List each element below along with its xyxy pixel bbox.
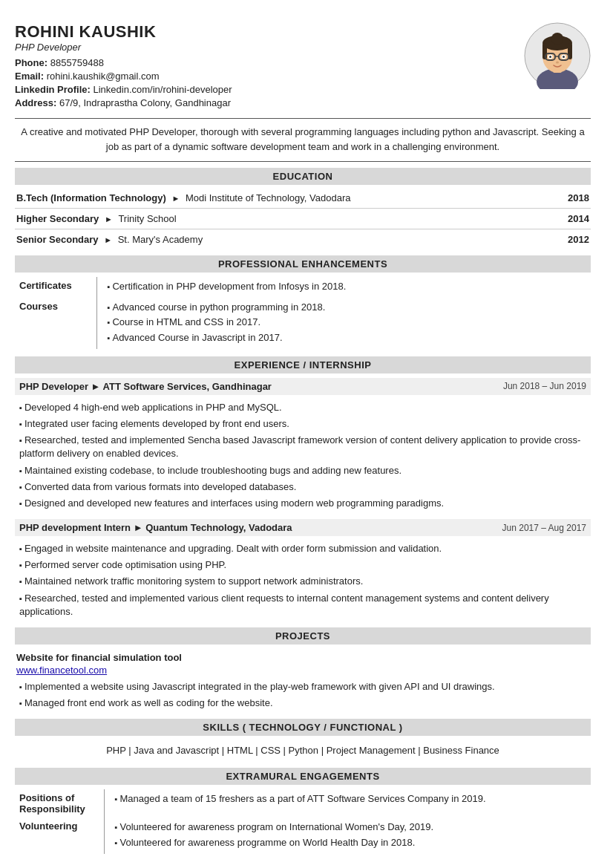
skills-section: SKILLS ( TECHNOLOGY / FUNCTIONAL ) PHP |… (15, 719, 591, 760)
summary-text: A creative and motivated PHP Developer, … (15, 125, 591, 154)
experience-header: EXPERIENCE / INTERNSHIP (15, 356, 591, 373)
certificates-list: Certification in PHP development from In… (108, 280, 587, 293)
education-header: EDUCATION (15, 168, 591, 185)
header-left: ROHINI KAUSHIK PHP Developer Phone: 8855… (15, 22, 232, 111)
edu-divider-0 (15, 208, 591, 209)
job-bullets-1: Engaged in website maintenance and upgra… (15, 541, 591, 620)
project-link-0[interactable]: www.financetool.com (15, 665, 591, 676)
projects-section: PROJECTS Website for financial simulatio… (15, 627, 591, 711)
extramural-table: Positions of Responsibility Managed a te… (15, 789, 591, 853)
address-line: Address: 67/9, Indraprastha Colony, Gand… (15, 97, 232, 108)
cert-item-0: Certification in PHP development from In… (108, 280, 587, 293)
address-value: 67/9, Indraprastha Colony, Gandhinagar (59, 97, 231, 108)
course-item-0: Advanced course in python programming in… (108, 301, 587, 314)
edu-degree-2: Senior Secondary ► St. Mary's Academy (16, 234, 203, 245)
professional-header: PROFESSIONAL ENHANCEMENTS (15, 255, 591, 273)
job-period-1: Jun 2017 – Aug 2017 (502, 523, 586, 533)
linkedin-value: Linkedin.com/in/rohini-developer (93, 84, 232, 95)
job-header-1: PHP development Intern ► Quantum Technol… (15, 519, 591, 536)
arrow-icon-1: ► (105, 215, 113, 223)
edu-degree-0: B.Tech (Information Technology) ► Modi I… (16, 192, 350, 203)
phone-value: 8855759488 (50, 57, 104, 68)
svg-point-14 (556, 62, 559, 64)
positions-row: Positions of Responsibility Managed a te… (15, 789, 591, 818)
job-bullets-0: Developed 4 high-end web applications in… (15, 399, 591, 512)
linkedin-label: Linkedin Profile: (15, 84, 91, 95)
edu-year-2: 2012 (568, 234, 589, 245)
bullet-0-0: Developed 4 high-end web applications in… (19, 399, 591, 416)
certificates-label: Certificates (15, 277, 96, 298)
courses-label: Courses (15, 298, 96, 349)
header-divider (15, 118, 591, 119)
bullet-0-2: Researched, tested and implemented Sench… (19, 432, 591, 462)
courses-content: Advanced course in python programming in… (96, 298, 591, 349)
volunteering-label: Volunteering (15, 818, 104, 853)
proj-bullet-0-1: Managed front end work as well as coding… (19, 695, 591, 711)
project-title-0: Website for financial simulation tool (15, 649, 591, 665)
bullet-1-3: Researched, tested and implemented vario… (19, 590, 591, 620)
phone-line: Phone: 8855759488 (15, 57, 232, 68)
summary-divider (15, 161, 591, 162)
bullet-0-3: Maintained existing codebase, to include… (19, 463, 591, 479)
volunteering-row: Volunteering Volunteered for awareness p… (15, 818, 591, 853)
skills-list: PHP | Java and Javascript | HTML | CSS |… (15, 740, 591, 760)
certificates-content: Certification in PHP development from In… (96, 277, 591, 298)
position-item-0: Managed a team of 15 freshers as a part … (115, 792, 587, 806)
linkedin-line: Linkedin Profile: Linkedin.com/in/rohini… (15, 84, 232, 95)
courses-list: Advanced course in python programming in… (108, 301, 587, 345)
positions-list: Managed a team of 15 freshers as a part … (115, 792, 587, 806)
bullet-1-1: Performed server code optimisation using… (19, 557, 591, 573)
edu-year-1: 2014 (568, 213, 589, 224)
projects-header: PROJECTS (15, 627, 591, 645)
arrow-icon-0: ► (171, 194, 180, 203)
job-arrow-1: ► (134, 522, 145, 533)
positions-content: Managed a team of 15 freshers as a part … (104, 789, 591, 818)
edu-divider-1 (15, 229, 591, 229)
job-period-0: Jun 2018 – Jun 2019 (503, 381, 586, 391)
svg-point-13 (563, 56, 565, 58)
course-item-2: Advanced Course in Javascript in 2017. (108, 331, 587, 345)
extramural-header: EXTRAMURAL ENGAGEMENTS (15, 768, 591, 785)
volunteer-item-0: Volunteered for awareness program on Int… (115, 820, 587, 834)
bullet-1-0: Engaged in website maintenance and upgra… (19, 541, 591, 557)
certificates-row: Certificates Certification in PHP develo… (15, 277, 591, 298)
job-header-0: PHP Developer ► ATT Software Services, G… (15, 378, 591, 395)
job-title-1: PHP development Intern ► Quantum Technol… (19, 522, 292, 533)
avatar (524, 22, 591, 89)
professional-section: PROFESSIONAL ENHANCEMENTS Certificates C… (15, 255, 591, 349)
proj-bullet-0-0: Implemented a website using Javascript i… (19, 679, 591, 695)
job-arrow-0: ► (91, 381, 103, 392)
project-bullets-0: Implemented a website using Javascript i… (15, 679, 591, 711)
svg-point-12 (549, 56, 551, 58)
edu-row-0: B.Tech (Information Technology) ► Modi I… (15, 189, 591, 206)
address-label: Address: (15, 97, 56, 108)
header-section: ROHINI KAUSHIK PHP Developer Phone: 8855… (15, 22, 591, 111)
job-title-0: PHP Developer ► ATT Software Services, G… (19, 381, 272, 392)
bullet-0-4: Converted data from various formats into… (19, 479, 591, 495)
volunteering-list: Volunteered for awareness program on Int… (115, 820, 587, 849)
bullet-1-2: Maintained network traffic monitoring sy… (19, 573, 591, 590)
candidate-title: PHP Developer (15, 42, 232, 53)
edu-degree-1: Higher Secondary ► Trinity School (16, 213, 177, 224)
professional-table: Certificates Certification in PHP develo… (15, 277, 591, 349)
education-section: EDUCATION B.Tech (Information Technology… (15, 168, 591, 248)
courses-row: Courses Advanced course in python progra… (15, 298, 591, 349)
email-label: Email: (15, 71, 44, 82)
email-line: Email: rohini.kaushik@gmail.com (15, 71, 232, 82)
phone-label: Phone: (15, 57, 47, 68)
arrow-icon-2: ► (104, 235, 112, 244)
experience-section: EXPERIENCE / INTERNSHIP PHP Developer ► … (15, 356, 591, 620)
email-value: rohini.kaushik@gmail.com (47, 71, 160, 82)
skills-header: SKILLS ( TECHNOLOGY / FUNCTIONAL ) (15, 719, 591, 736)
course-item-1: Course in HTML and CSS in 2017. (108, 316, 587, 329)
volunteer-item-1: Volunteered for awareness programme on W… (115, 836, 587, 849)
positions-label: Positions of Responsibility (15, 789, 104, 818)
extramural-section: EXTRAMURAL ENGAGEMENTS Positions of Resp… (15, 768, 591, 853)
volunteering-content: Volunteered for awareness program on Int… (104, 818, 591, 853)
bullet-0-5: Designed and developed new features and … (19, 495, 591, 512)
edu-year-0: 2018 (568, 192, 589, 203)
bullet-0-1: Integrated user facing elements develope… (19, 416, 591, 432)
edu-row-1: Higher Secondary ► Trinity School 2014 (15, 210, 591, 227)
edu-row-2: Senior Secondary ► St. Mary's Academy 20… (15, 231, 591, 248)
candidate-name: ROHINI KAUSHIK (15, 22, 232, 42)
